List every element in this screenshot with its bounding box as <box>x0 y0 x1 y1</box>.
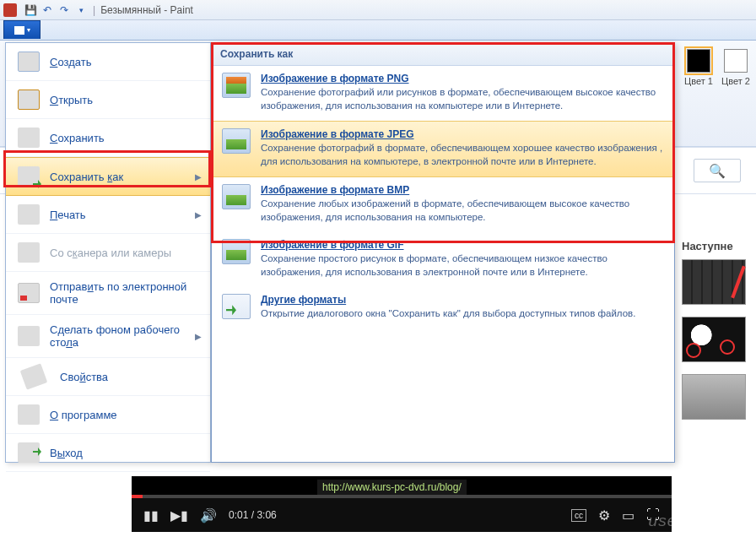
open-folder-icon <box>18 90 40 110</box>
ribbon-colors-group: Цвет 1 Цвет 2 <box>682 49 753 86</box>
pause-button[interactable]: ▮▮ <box>143 507 159 523</box>
color-1-swatch[interactable]: Цвет 1 <box>682 49 716 86</box>
menu-label: О программе <box>50 409 117 421</box>
next-thumb-3[interactable] <box>682 374 746 420</box>
save-as-submenu: Сохранить как Изображение в формате PNG … <box>211 42 675 463</box>
quick-access-toolbar: 💾 ↶ ↷ ▾ <box>24 3 88 17</box>
video-url-overlay: http://www.kurs-pc-dvd.ru/blog/ <box>317 480 467 495</box>
format-desc: Сохранение фотографий в формате, обеспеч… <box>261 142 664 168</box>
color-2-swatch[interactable]: Цвет 2 <box>719 49 753 86</box>
save-as-format-gif[interactable]: Изображение в формате GIF Сохранение про… <box>212 232 674 287</box>
save-as-header: Сохранить как <box>212 43 674 66</box>
menu-label: Открыть <box>50 94 93 106</box>
app-icon <box>3 3 17 17</box>
format-title: Изображение в формате PNG <box>261 73 664 84</box>
menu-item-print[interactable]: Печать ▶ <box>6 196 210 234</box>
menu-label: Создать <box>50 56 91 68</box>
menu-item-scanner: Со сканера или камеры <box>6 234 210 272</box>
menu-label: Свойства <box>60 371 108 383</box>
save-as-format-other[interactable]: Другие форматы Открытие диалогового окна… <box>212 287 674 329</box>
separator: | <box>93 4 95 16</box>
menu-item-save[interactable]: Сохранить <box>6 119 210 157</box>
format-desc: Открытие диалогового окна "Сохранить как… <box>261 307 635 321</box>
desktop-bg-icon <box>18 326 40 346</box>
submenu-arrow-icon: ▶ <box>195 332 202 341</box>
save-as-format-jpeg[interactable]: Изображение в формате JPEG Сохранение фо… <box>212 121 674 177</box>
file-tab[interactable]: ▾ <box>3 20 40 39</box>
window-title: Безымянный - Paint <box>100 4 193 16</box>
png-format-icon <box>222 73 251 98</box>
menu-label: Выход <box>50 447 83 459</box>
jpeg-format-icon <box>222 128 251 154</box>
format-desc: Сохранение фотографий или рисунков в фор… <box>261 86 664 112</box>
subtitles-icon[interactable]: cc <box>571 509 586 522</box>
menu-label: Сохранить <box>50 132 105 144</box>
next-thumb-2[interactable] <box>682 317 746 362</box>
save-icon <box>18 127 40 148</box>
format-desc: Сохранение простого рисунок в формате, о… <box>261 252 664 279</box>
file-tab-icon <box>14 26 24 35</box>
menu-label: Сохранить как <box>50 171 123 183</box>
format-title: Другие форматы <box>261 294 635 306</box>
video-controls: ▮▮ ▶▮ 🔊 0:01 / 3:06 cc ⚙ ▭ ⛶ <box>132 498 672 532</box>
save-as-format-png[interactable]: Изображение в формате PNG Сохранение фот… <box>212 66 674 121</box>
format-title: Изображение в формате GIF <box>261 239 664 251</box>
menu-label: Печать <box>50 209 86 221</box>
ribbon-tab-strip: ▾ <box>0 20 756 41</box>
redo-icon[interactable]: ↷ <box>57 3 71 17</box>
mail-icon <box>18 283 40 303</box>
bmp-format-icon <box>222 184 251 209</box>
menu-item-save-as[interactable]: Сохранить как ▶ <box>6 157 210 196</box>
next-column: Наступне <box>682 240 751 431</box>
format-title: Изображение в формате BMP <box>261 184 664 196</box>
next-button[interactable]: ▶▮ <box>170 507 188 523</box>
gif-format-icon <box>222 239 251 264</box>
menu-item-desktop-bg[interactable]: Сделать фоном рабочего стола ▶ <box>6 315 210 358</box>
chevron-down-icon: ▾ <box>27 26 30 34</box>
search-icon: 🔍 <box>709 163 726 179</box>
format-desc: Сохранение любых изображений в формате, … <box>261 198 664 224</box>
qat-dropdown-icon[interactable]: ▾ <box>74 3 88 17</box>
video-time: 0:01 / 3:06 <box>229 509 277 521</box>
about-icon <box>18 404 40 425</box>
menu-item-new[interactable]: Создать <box>6 43 210 81</box>
undo-icon[interactable]: ↶ <box>40 3 54 17</box>
video-player: http://www.kurs-pc-dvd.ru/blog/ ▮▮ ▶▮ 🔊 … <box>132 476 672 532</box>
fullscreen-icon[interactable]: ⛶ <box>646 507 660 523</box>
save-as-format-bmp[interactable]: Изображение в формате BMP Сохранение люб… <box>212 177 674 232</box>
title-bar: 💾 ↶ ↷ ▾ | Безымянный - Paint <box>0 0 756 20</box>
menu-item-send-mail[interactable]: Отправить по электронной почте <box>6 272 210 315</box>
properties-icon <box>20 363 48 389</box>
submenu-arrow-icon: ▶ <box>195 172 202 182</box>
menu-item-open[interactable]: Открыть <box>6 81 210 119</box>
color-2-box <box>724 49 748 73</box>
menu-label: Со сканера или камеры <box>50 247 171 259</box>
menu-label: Отправить по электронной почте <box>50 280 198 306</box>
submenu-arrow-icon: ▶ <box>195 210 202 220</box>
menu-item-about[interactable]: О программе <box>6 396 210 434</box>
scanner-icon <box>18 242 40 263</box>
search-box[interactable]: 🔍 <box>694 159 741 182</box>
menu-label: Сделать фоном рабочего стола <box>50 323 198 349</box>
color-1-label: Цвет 1 <box>682 76 716 86</box>
color-2-label: Цвет 2 <box>719 76 753 86</box>
save-as-icon <box>18 166 40 187</box>
other-format-icon <box>222 294 251 319</box>
next-heading: Наступне <box>682 240 751 252</box>
file-menu: Создать Открыть Сохранить Сохранить как … <box>5 42 211 463</box>
menu-item-properties[interactable]: Свойства <box>6 358 210 396</box>
print-icon <box>18 204 40 225</box>
next-thumb-1[interactable] <box>682 259 746 305</box>
exit-icon <box>18 442 40 463</box>
new-file-icon <box>18 52 40 72</box>
settings-icon[interactable]: ⚙ <box>598 507 610 523</box>
volume-icon[interactable]: 🔊 <box>200 507 217 523</box>
color-1-box <box>687 49 710 73</box>
menu-item-exit[interactable]: Выход <box>6 434 210 472</box>
format-title: Изображение в формате JPEG <box>261 128 664 140</box>
save-icon[interactable]: 💾 <box>24 3 37 17</box>
theater-mode-icon[interactable]: ▭ <box>622 507 634 523</box>
